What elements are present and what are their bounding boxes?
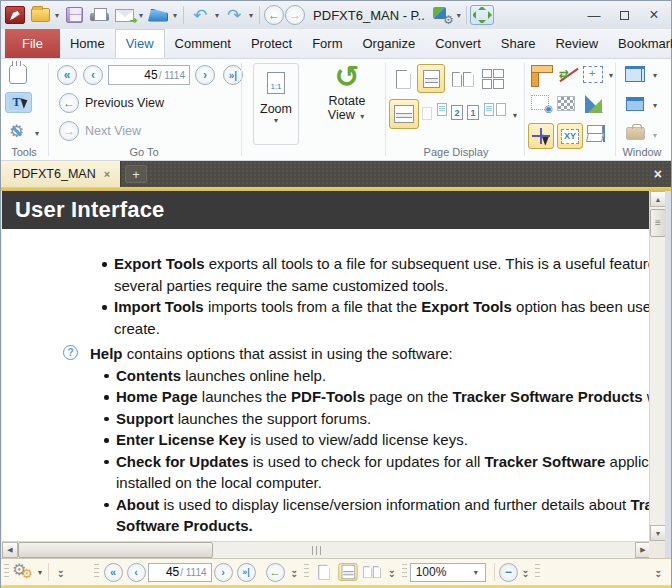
maximize-button[interactable] — [609, 3, 639, 27]
toolbar-grip[interactable] — [402, 564, 407, 580]
status-previous-page-button[interactable]: ‹ — [127, 563, 146, 582]
ui-options-caret[interactable]: ▾ — [455, 11, 463, 20]
status-options-button[interactable] — [12, 560, 36, 584]
continuous-facing-button[interactable] — [389, 99, 419, 129]
document-tab-active[interactable]: PDFXT6_MAN × — [1, 161, 121, 187]
last-page-button[interactable]: »| — [223, 65, 243, 85]
ribbon-tab-protect[interactable]: Protect — [241, 29, 302, 58]
app-logo-icon[interactable] — [3, 3, 27, 27]
status-last-page-button[interactable]: »| — [237, 563, 256, 582]
page-boxes-caret[interactable]: ▾ — [607, 71, 615, 80]
two-pages-button[interactable] — [449, 66, 476, 92]
measure-button[interactable] — [557, 65, 577, 85]
vertical-scroll-thumb[interactable] — [650, 209, 666, 237]
scrollbar-grip[interactable] — [312, 546, 322, 555]
ribbon-tab-bookmarks[interactable]: Bookmarks — [608, 29, 672, 58]
previous-page-button[interactable]: ‹ — [83, 65, 103, 85]
redo-dropdown-caret[interactable]: ▾ — [247, 11, 255, 20]
next-page-button[interactable]: › — [195, 65, 215, 85]
ui-options-button[interactable] — [431, 3, 455, 27]
open-dropdown-caret[interactable]: ▾ — [53, 11, 61, 20]
ribbon-tab-comment[interactable]: Comment — [165, 29, 241, 58]
ribbon-tab-share[interactable]: Share — [491, 29, 546, 58]
scan-dropdown-caret[interactable]: ▾ — [171, 11, 179, 20]
close-button[interactable]: × — [639, 3, 669, 27]
close-document-button[interactable]: × — [645, 161, 671, 187]
pan-tool-button[interactable] — [9, 64, 27, 84]
right-to-left-button[interactable]: 2 — [451, 105, 463, 120]
continuous-button[interactable] — [417, 64, 445, 93]
scroll-down-button[interactable]: ▼ — [650, 525, 666, 541]
previous-page-view-button[interactable] — [422, 107, 432, 120]
toolbar-grip[interactable] — [535, 564, 540, 580]
zoom-button[interactable]: 1:1 Zoom ▾ — [253, 63, 299, 145]
show-cover-page-button[interactable] — [484, 103, 506, 116]
toolbar-grip[interactable] — [304, 564, 309, 580]
status-next-page-button[interactable]: › — [214, 563, 233, 582]
expand-toolbar-chevron[interactable]: ⌄⌄ — [53, 568, 68, 577]
tools-menu-button[interactable]: ⚙ — [9, 123, 24, 140]
toolbar-grip[interactable] — [94, 564, 99, 580]
ribbon-tab-form[interactable]: Form — [302, 29, 352, 58]
horizontal-scrollbar[interactable]: ◀ ▶ — [2, 541, 651, 558]
ribbon-tab-review[interactable]: Review — [545, 29, 608, 58]
fullscreen-button[interactable] — [470, 3, 494, 27]
left-to-right-button[interactable]: 1 — [467, 105, 479, 120]
tools-menu-caret[interactable]: ▾ — [33, 129, 41, 138]
cascade-caret[interactable]: ▾ — [651, 71, 659, 80]
document-page[interactable]: User Interface Export Tools exports all … — [2, 191, 666, 541]
minimize-button[interactable]: — — [579, 3, 609, 27]
grid-button[interactable] — [531, 95, 549, 110]
rulers-button[interactable] — [531, 65, 551, 85]
show-coordinates-button[interactable]: XY — [557, 123, 583, 149]
tile-caret[interactable]: ▾ — [651, 101, 659, 110]
previous-view-button[interactable]: ← — [264, 5, 284, 25]
status-two-pages-button[interactable] — [363, 562, 382, 581]
ribbon-tab-view[interactable]: View — [115, 29, 165, 58]
undo-dropdown-caret[interactable]: ▾ — [213, 11, 221, 20]
toolbar-grip[interactable] — [4, 564, 9, 580]
expand-toolbar-chevron[interactable]: ⌄⌄ — [650, 568, 665, 577]
zoom-out-button[interactable]: − — [499, 563, 518, 582]
cascade-windows-button[interactable] — [625, 66, 645, 82]
print-button[interactable] — [87, 3, 111, 27]
thin-lines-button[interactable] — [585, 95, 603, 113]
scroll-up-button[interactable]: ▲ — [650, 191, 666, 207]
expand-toolbar-chevron[interactable]: ⌄⌄ — [518, 568, 533, 577]
next-view-ribbon-button[interactable]: → Next View — [59, 121, 141, 141]
email-dropdown-caret[interactable]: ▾ — [137, 11, 145, 20]
open-button[interactable] — [28, 3, 52, 27]
redo-button[interactable]: ↷ — [222, 3, 246, 27]
transparency-grid-button[interactable] — [557, 96, 575, 111]
page-boxes-button[interactable] — [583, 66, 603, 83]
expand-toolbar-chevron[interactable]: ⌄⌄ — [287, 568, 302, 577]
new-tab-button[interactable]: + — [125, 165, 147, 183]
save-button[interactable] — [62, 3, 86, 27]
horizontal-scroll-thumb[interactable] — [18, 542, 213, 558]
tab-close-icon[interactable]: × — [104, 168, 110, 180]
split-button[interactable] — [587, 125, 605, 142]
ribbon-tab-home[interactable]: Home — [60, 29, 115, 58]
status-previous-view-button[interactable]: ← — [266, 563, 285, 582]
status-continuous-button[interactable] — [339, 563, 358, 581]
snap-button[interactable] — [528, 123, 554, 149]
status-page-field[interactable]: 45 / 1114 — [148, 563, 212, 582]
scan-button[interactable] — [146, 3, 170, 27]
first-page-button[interactable]: « — [57, 65, 77, 85]
status-single-page-button[interactable] — [315, 562, 334, 581]
undo-button[interactable]: ↶ — [188, 3, 212, 27]
previous-view-ribbon-button[interactable]: ← Previous View — [59, 93, 164, 113]
status-first-page-button[interactable]: « — [104, 563, 123, 582]
single-page-button[interactable] — [391, 66, 415, 92]
vertical-scrollbar[interactable]: ▲ ▼ — [649, 191, 665, 541]
email-button[interactable] — [112, 3, 136, 27]
select-text-tool-button[interactable]: T — [5, 92, 32, 113]
show-page-2-button[interactable] — [437, 103, 447, 116]
ribbon-tab-file[interactable]: File — [5, 29, 60, 58]
page-number-field[interactable]: 45 / 1114 — [108, 65, 190, 85]
ribbon-tab-organize[interactable]: Organize — [352, 29, 425, 58]
status-options-caret[interactable]: ▾ — [36, 568, 44, 577]
zoom-level-combo[interactable]: 100% ▾ — [410, 563, 486, 582]
expand-toolbar-chevron[interactable]: ⌄⌄ — [384, 568, 399, 577]
toolbox-button[interactable] — [626, 127, 645, 140]
